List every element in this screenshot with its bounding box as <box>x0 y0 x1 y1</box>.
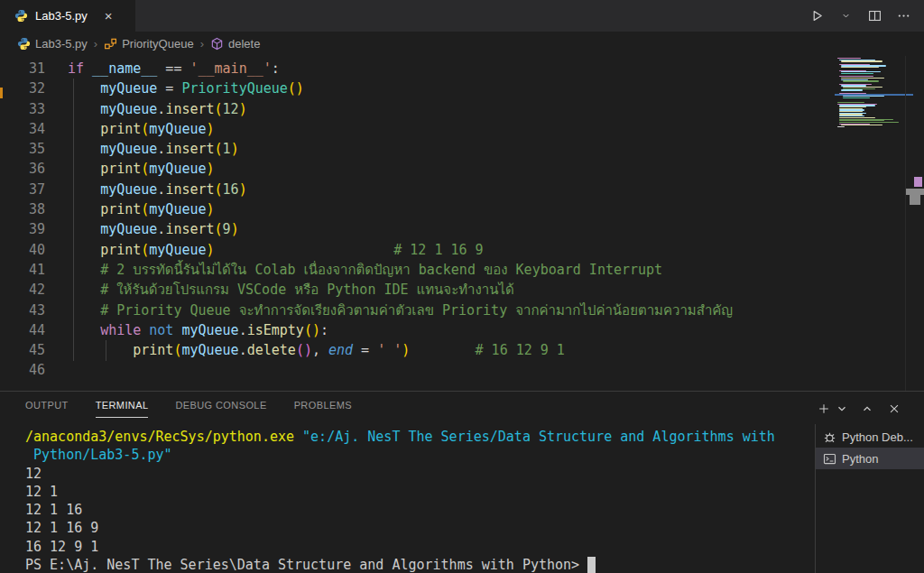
code-token: myQueue <box>149 242 206 258</box>
code-line-46[interactable]: 46 <box>0 360 733 380</box>
breadcrumb-item-priorityqueue[interactable]: PriorityQueue <box>104 37 193 51</box>
minimap-row <box>841 89 863 90</box>
code-token: myQueue <box>100 80 157 97</box>
code-line-32[interactable]: 32 myQueue = PriorityQueue() <box>0 79 733 98</box>
overview-ruler <box>905 56 924 391</box>
panel-tab-problems[interactable]: PROBLEMS <box>294 400 352 418</box>
split-editor-icon[interactable] <box>866 8 882 24</box>
terminal-list-item-python-deb-[interactable]: Python Deb... <box>816 426 924 448</box>
terminal-dropdown-icon[interactable] <box>833 400 851 418</box>
line-number: 35 <box>0 139 68 159</box>
minimap[interactable] <box>837 58 911 128</box>
maximize-panel-icon[interactable] <box>858 400 876 418</box>
minimap-row <box>841 73 873 74</box>
code-token: myQueue <box>181 342 238 358</box>
code-line-35[interactable]: 35 myQueue.insert(1) <box>0 139 733 159</box>
code-token: isEmpty <box>247 322 304 338</box>
terminal-line: Python/Lab3-5.py" <box>25 446 775 464</box>
code-line-40[interactable]: 40 print(myQueue) # 12 1 16 9 <box>0 240 733 260</box>
terminal-output[interactable]: /anaconda3/envs/RecSys/python.exe "e:/Aj… <box>25 428 775 573</box>
terminal-line: PS E:\Aj. NesT The Series\Data Structure… <box>25 556 775 573</box>
close-panel-icon[interactable] <box>885 400 903 418</box>
code-token: ) <box>239 181 247 198</box>
code-token: . <box>239 342 247 358</box>
code-line-34[interactable]: 34 print(myQueue) <box>0 119 733 139</box>
bottom-panel: OUTPUTTERMINALDEBUG CONSOLEPROBLEMS /ana… <box>0 391 924 573</box>
close-tab-icon[interactable]: × <box>105 8 113 23</box>
code-line-38[interactable]: 38 print(myQueue) <box>0 199 733 219</box>
code-token: : <box>272 60 280 77</box>
breadcrumb-separator: › <box>200 37 204 51</box>
new-terminal-icon[interactable] <box>815 400 833 418</box>
code-token: ) <box>207 121 215 137</box>
code-editor[interactable]: 31if __name__ == '__main__':32 myQueue =… <box>0 56 924 391</box>
panel-tab-output[interactable]: OUTPUT <box>25 400 69 418</box>
minimap-cursor-line <box>835 94 913 96</box>
more-actions-icon[interactable] <box>895 8 911 24</box>
panel-tabs: OUTPUTTERMINALDEBUG CONSOLEPROBLEMS <box>25 400 352 418</box>
code-token: ( <box>141 121 149 137</box>
minimap-row <box>841 125 882 125</box>
code-line-36[interactable]: 36 print(myQueue) <box>0 159 733 179</box>
code-text: myQueue.insert(12) <box>68 99 247 119</box>
code-token: insert <box>165 221 214 237</box>
terminal-text: 12 1 <box>25 484 58 500</box>
code-line-39[interactable]: 39 myQueue.insert(9) <box>0 219 733 239</box>
code-line-41[interactable]: 41 # 2 บรรทัดนี้รันไม่ได้ใน Colab เนื่อง… <box>0 260 733 280</box>
line-number: 34 <box>0 119 68 139</box>
scrollbar-handle-stem[interactable] <box>910 195 920 205</box>
breadcrumb-label: delete <box>228 37 260 51</box>
code-line-43[interactable]: 43 # Priority Queue จะทำการจัดเรียงคิวตา… <box>0 300 733 320</box>
code-token: ( <box>215 101 223 117</box>
code-token <box>68 342 133 358</box>
code-line-33[interactable]: 33 myQueue.insert(12) <box>0 99 733 119</box>
terminal-line: 12 1 16 <box>25 501 775 519</box>
code-line-37[interactable]: 37 myQueue.insert(16) <box>0 180 733 199</box>
terminal-list-label: Python <box>842 452 878 466</box>
run-button[interactable] <box>808 8 825 24</box>
breadcrumb-item-delete[interactable]: delete <box>210 37 260 51</box>
code-token: ( <box>215 181 223 198</box>
line-number: 37 <box>0 180 68 199</box>
code-token: ( <box>215 221 223 237</box>
code-token: () <box>304 322 320 338</box>
panel-tab-terminal[interactable]: TERMINAL <box>96 400 149 418</box>
code-token: myQueue <box>100 181 157 198</box>
minimap-row <box>841 60 882 61</box>
terminal-list-item-python[interactable]: Python <box>816 448 924 469</box>
code-token: ) <box>207 201 215 217</box>
code-token: myQueue <box>100 101 157 117</box>
terminal-text: PS E:\Aj. NesT The Series\Data Structure… <box>25 557 587 573</box>
code-token: # Priority Queue จะทำการจัดเรียงคิวตามค่… <box>100 302 733 319</box>
code-text: # ให้รันด้วยโปรแกรม VSCode หรือ Python I… <box>68 280 514 300</box>
code-token: delete <box>247 342 296 358</box>
python-symbol-icon <box>17 37 31 51</box>
line-number: 40 <box>0 240 68 260</box>
minimap-row <box>837 126 845 127</box>
code-token: if <box>68 60 92 77</box>
terminal-line: 12 <box>25 465 775 483</box>
code-line-31[interactable]: 31if __name__ == '__main__': <box>0 59 733 79</box>
code-token: ) <box>402 342 410 358</box>
line-number: 38 <box>0 199 68 219</box>
terminal-icon <box>823 452 836 466</box>
run-dropdown-icon[interactable] <box>837 8 854 24</box>
code-text: while not myQueue.isEmpty(): <box>68 320 328 340</box>
code-token: () <box>288 80 304 97</box>
code-token: ( <box>141 242 149 258</box>
breadcrumb-separator: › <box>94 37 97 51</box>
code-token: : <box>320 322 328 338</box>
code-line-45[interactable]: 45 print(myQueue.delete(), end = ' ') # … <box>0 340 733 360</box>
line-number: 31 <box>0 59 68 79</box>
editor-tab-lab3-5[interactable]: Lab3-5.py × <box>0 0 135 32</box>
code-line-44[interactable]: 44 while not myQueue.isEmpty(): <box>0 320 733 340</box>
code-token: '__main__' <box>189 60 271 77</box>
panel-tab-debug-console[interactable]: DEBUG CONSOLE <box>175 400 266 418</box>
code-text: print(myQueue.delete(), end = ' ') # 16 … <box>68 340 565 360</box>
scrollbar-handle[interactable] <box>906 189 924 195</box>
code-line-42[interactable]: 42 # ให้รันด้วยโปรแกรม VSCode หรือ Pytho… <box>0 280 733 300</box>
code-token: 16 <box>223 181 239 198</box>
breadcrumb-item-lab3-5.py[interactable]: Lab3-5.py <box>17 37 88 51</box>
code-token: insert <box>165 141 214 157</box>
class-symbol-icon <box>104 37 117 51</box>
